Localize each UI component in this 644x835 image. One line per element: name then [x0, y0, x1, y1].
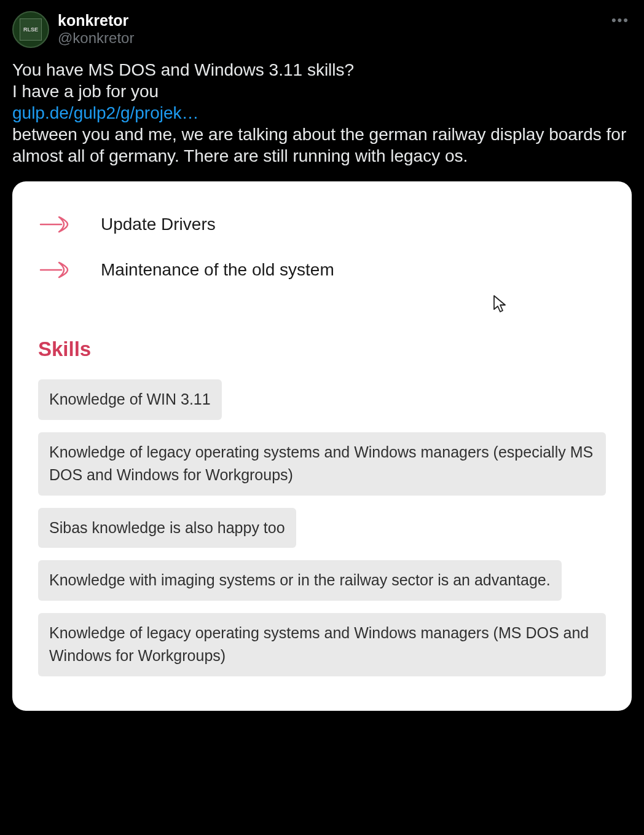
- avatar-badge: RLSE: [20, 18, 42, 41]
- cursor-icon: [493, 295, 508, 313]
- tweet-header: RLSE konkretor @konkretor •••: [12, 11, 632, 48]
- avatar[interactable]: RLSE: [12, 11, 49, 48]
- arrow-right-icon: [38, 212, 75, 237]
- skills-heading: Skills: [38, 338, 606, 361]
- tweet-container: RLSE konkretor @konkretor ••• You have M…: [0, 0, 644, 723]
- skill-chip: Knowledge of WIN 3.11: [38, 379, 222, 420]
- user-block[interactable]: RLSE konkretor @konkretor: [12, 11, 134, 48]
- task-text: Maintenance of the old system: [101, 260, 334, 280]
- user-handle[interactable]: @konkretor: [58, 30, 134, 47]
- task-row: Maintenance of the old system: [38, 258, 606, 282]
- skill-chip: Knowledge of legacy operating systems an…: [38, 613, 606, 676]
- more-icon[interactable]: •••: [609, 11, 632, 30]
- tweet-line-3: between you and me, we are talking about…: [12, 125, 626, 165]
- tweet-line-1: You have MS DOS and Windows 3.11 skills?: [12, 60, 354, 79]
- embedded-card: Update Drivers Maintenance of the old sy…: [12, 181, 632, 711]
- task-row: Update Drivers: [38, 212, 606, 237]
- tweet-body: You have MS DOS and Windows 3.11 skills?…: [12, 59, 632, 167]
- user-display-name[interactable]: konkretor: [58, 12, 134, 30]
- tweet-line-2: I have a job for you: [12, 82, 159, 101]
- skill-chip: Knowledge with imaging systems or in the…: [38, 560, 562, 601]
- skill-chip: Sibas knowledge is also happy too: [38, 508, 296, 548]
- task-text: Update Drivers: [101, 215, 216, 234]
- user-names: konkretor @konkretor: [58, 12, 134, 47]
- skill-chip: Knowledge of legacy operating systems an…: [38, 432, 606, 496]
- tweet-link[interactable]: gulp.de/gulp2/g/projek…: [12, 103, 199, 122]
- arrow-right-icon: [38, 258, 75, 282]
